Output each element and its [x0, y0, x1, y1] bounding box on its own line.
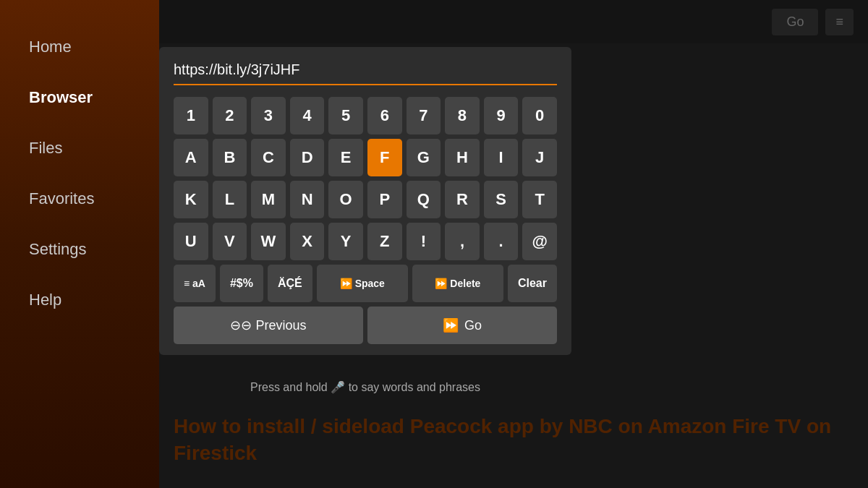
key-P[interactable]: P — [367, 181, 402, 218]
previous-label: ⊖ Previous — [241, 317, 306, 333]
sidebar-item-files[interactable]: Files — [0, 123, 159, 174]
key-U[interactable]: U — [174, 223, 208, 260]
key-Q[interactable]: Q — [407, 181, 441, 218]
previous-button[interactable]: ⊖ ⊖ Previous — [174, 307, 363, 344]
key-symbols[interactable]: #$% — [220, 265, 263, 302]
key-comma[interactable]: , — [445, 223, 480, 260]
key-0[interactable]: 0 — [522, 97, 557, 134]
key-clear[interactable]: Clear — [508, 265, 557, 302]
go-label: Go — [464, 318, 482, 333]
sidebar-item-browser[interactable]: Browser — [0, 72, 159, 123]
key-S[interactable]: S — [484, 181, 519, 218]
key-3[interactable]: 3 — [251, 97, 286, 134]
key-G[interactable]: G — [407, 139, 441, 176]
sidebar-item-favorites[interactable]: Favorites — [0, 174, 159, 224]
keyboard-go-button[interactable]: ⏩ Go — [367, 307, 557, 344]
key-X[interactable]: X — [290, 223, 325, 260]
key-row-aj: A B C D E F G H I J — [174, 139, 557, 176]
key-F[interactable]: F — [367, 139, 402, 176]
key-row-uz: U V W X Y Z ! , . @ — [174, 223, 557, 260]
key-row-kt: K L M N O P Q R S T — [174, 181, 557, 218]
key-6[interactable]: 6 — [367, 97, 402, 134]
bottom-row: ⊖ ⊖ Previous ⏩ Go — [174, 307, 557, 344]
key-5[interactable]: 5 — [328, 97, 363, 134]
key-period[interactable]: . — [484, 223, 519, 260]
key-O[interactable]: O — [328, 181, 363, 218]
key-8[interactable]: 8 — [445, 97, 480, 134]
key-at[interactable]: @ — [522, 223, 557, 260]
key-C[interactable]: C — [251, 139, 286, 176]
sidebar-item-home[interactable]: Home — [0, 22, 159, 72]
key-exclaim[interactable]: ! — [407, 223, 441, 260]
key-T[interactable]: T — [522, 181, 557, 218]
key-delete[interactable]: ⏩ Delete — [412, 265, 503, 302]
key-Y[interactable]: Y — [328, 223, 363, 260]
key-Z[interactable]: Z — [367, 223, 402, 260]
key-V[interactable]: V — [213, 223, 247, 260]
key-accents[interactable]: ÄÇÉ — [268, 265, 312, 302]
keyboard-dialog: 1 2 3 4 5 6 7 8 9 0 A B C D E F G H I J … — [159, 47, 571, 355]
key-H[interactable]: H — [445, 139, 480, 176]
url-bar[interactable] — [174, 61, 557, 85]
key-4[interactable]: 4 — [290, 97, 325, 134]
key-7[interactable]: 7 — [407, 97, 441, 134]
key-A[interactable]: A — [174, 139, 208, 176]
key-R[interactable]: R — [445, 181, 480, 218]
key-D[interactable]: D — [290, 139, 325, 176]
key-L[interactable]: L — [213, 181, 247, 218]
key-J[interactable]: J — [522, 139, 557, 176]
sidebar: Home Browser Files Favorites Settings He… — [0, 0, 159, 488]
key-row-special: ≡ aA #$% ÄÇÉ ⏩ Space ⏩ Delete Clear — [174, 265, 557, 302]
key-B[interactable]: B — [213, 139, 247, 176]
key-K[interactable]: K — [174, 181, 208, 218]
key-1[interactable]: 1 — [174, 97, 208, 134]
key-space[interactable]: ⏩ Space — [317, 265, 408, 302]
keyboard-grid: 1 2 3 4 5 6 7 8 9 0 A B C D E F G H I J … — [174, 97, 557, 302]
key-toggle-case[interactable]: ≡ aA — [174, 265, 216, 302]
go-icon: ⏩ — [443, 317, 459, 333]
sidebar-item-help[interactable]: Help — [0, 275, 159, 325]
key-M[interactable]: M — [251, 181, 286, 218]
sidebar-item-settings[interactable]: Settings — [0, 224, 159, 275]
key-E[interactable]: E — [328, 139, 363, 176]
url-input[interactable] — [174, 61, 557, 78]
key-2[interactable]: 2 — [213, 97, 247, 134]
key-N[interactable]: N — [290, 181, 325, 218]
voice-hint: Press and hold 🎤 to say words and phrase… — [159, 380, 571, 394]
key-9[interactable]: 9 — [484, 97, 519, 134]
previous-icon: ⊖ — [230, 317, 241, 333]
key-I[interactable]: I — [484, 139, 519, 176]
key-W[interactable]: W — [251, 223, 286, 260]
key-row-numbers: 1 2 3 4 5 6 7 8 9 0 — [174, 97, 557, 134]
